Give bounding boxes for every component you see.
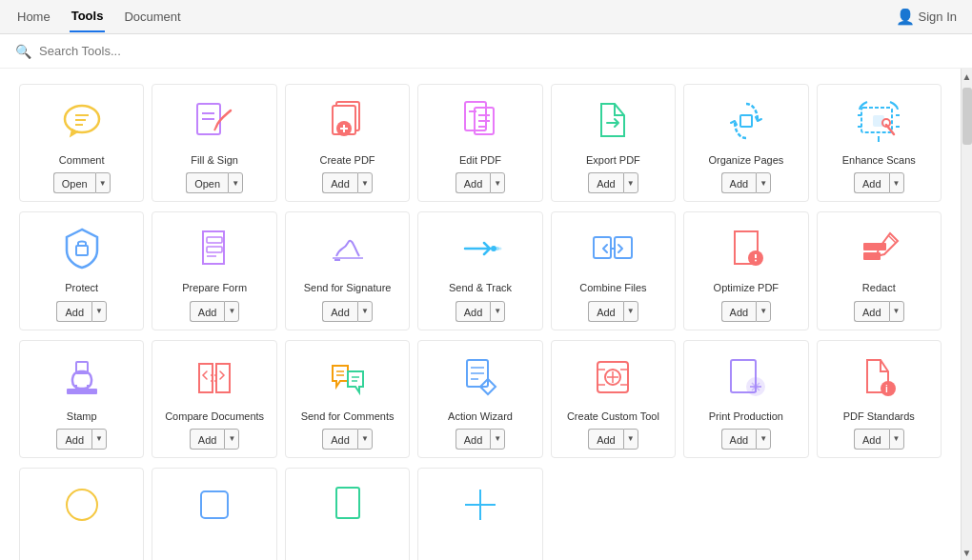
tool-dropdown-arrow[interactable]: ▼	[490, 429, 505, 450]
partial3-icon	[321, 478, 375, 531]
tool-add-button[interactable]: Add	[721, 172, 757, 193]
send-track-icon	[454, 222, 507, 275]
tool-dropdown-arrow[interactable]: ▼	[91, 301, 107, 322]
tool-dropdown-arrow[interactable]: ▼	[490, 301, 505, 322]
action-wizard-icon	[454, 350, 507, 404]
sign-in-button[interactable]: 👤 Sign In	[896, 8, 957, 26]
tool-add-button[interactable]: Add	[588, 301, 623, 322]
tool-add-button[interactable]: Add	[56, 429, 91, 450]
tool-name: Prepare Form	[182, 281, 247, 294]
tool-add-button[interactable]: Add	[456, 301, 491, 322]
svg-rect-23	[76, 246, 88, 255]
tool-name: Compare Documents	[165, 410, 264, 423]
tool-card-print-production: Print Production Add ▼	[683, 340, 808, 458]
sign-in-icon: 👤	[896, 8, 915, 26]
tool-name: Create Custom Tool	[567, 410, 659, 423]
tool-add-button[interactable]: Add	[190, 429, 225, 450]
tool-card-partial	[417, 468, 542, 560]
scroll-up[interactable]: ▲	[962, 69, 972, 84]
create-pdf-icon	[321, 94, 375, 148]
tool-dropdown-arrow[interactable]: ▼	[357, 301, 373, 322]
svg-text:i: i	[885, 384, 888, 394]
tool-add-button[interactable]: Add	[190, 301, 225, 322]
tool-btn-group: Add ▼	[322, 172, 373, 193]
svg-rect-68	[201, 491, 228, 518]
tool-dropdown-arrow[interactable]: ▼	[95, 172, 111, 193]
search-icon: 🔍	[15, 44, 31, 59]
tool-add-button[interactable]: Add	[456, 172, 491, 193]
tool-add-button[interactable]: Add	[721, 429, 757, 450]
export-pdf-icon	[586, 94, 639, 148]
tool-btn-group: Add ▼	[588, 429, 638, 450]
tool-add-button[interactable]: Add	[854, 429, 889, 450]
tool-dropdown-arrow[interactable]: ▼	[224, 429, 239, 450]
tool-card-comment: Comment Open ▼	[19, 84, 144, 202]
tool-add-button[interactable]: Open	[53, 172, 95, 193]
optimize-pdf-icon	[719, 222, 773, 275]
tool-name: Enhance Scans	[842, 153, 916, 167]
tool-card-send-signature: Send for Signature Add ▼	[285, 211, 410, 330]
scroll-down[interactable]: ▼	[962, 545, 972, 560]
compare-docs-icon	[188, 350, 241, 404]
tool-btn-group: Add ▼	[322, 429, 373, 450]
nav-home[interactable]: Home	[15, 2, 52, 31]
tool-dropdown-arrow[interactable]: ▼	[490, 172, 505, 193]
svg-point-67	[67, 490, 97, 520]
send-comments-icon	[321, 350, 375, 404]
tool-dropdown-arrow[interactable]: ▼	[224, 301, 239, 322]
tool-btn-group: Add ▼	[56, 301, 107, 322]
tool-dropdown-arrow[interactable]: ▼	[623, 301, 638, 322]
tool-btn-group: Add ▼	[322, 301, 373, 322]
tool-dropdown-arrow[interactable]: ▼	[357, 172, 373, 193]
tool-name: Action Wizard	[448, 410, 513, 423]
scrollbar-thumb[interactable]	[962, 88, 972, 145]
tool-add-button[interactable]: Add	[854, 301, 889, 322]
search-bar: 🔍	[0, 34, 972, 69]
tool-dropdown-arrow[interactable]: ▼	[623, 429, 638, 450]
tool-dropdown-arrow[interactable]: ▼	[91, 429, 107, 450]
tool-add-button[interactable]: Add	[56, 301, 91, 322]
enhance-scans-icon	[852, 94, 905, 148]
send-signature-icon	[321, 222, 375, 275]
tool-dropdown-arrow[interactable]: ▼	[623, 172, 638, 193]
tool-add-button[interactable]: Add	[322, 172, 357, 193]
tool-add-button[interactable]: Add	[854, 172, 889, 193]
svg-rect-25	[207, 247, 222, 252]
tool-add-button[interactable]: Add	[322, 429, 357, 450]
svg-line-7	[214, 127, 216, 130]
tool-btn-group: Add ▼	[56, 429, 107, 450]
tool-card-action-wizard: Action Wizard Add ▼	[417, 340, 542, 458]
tool-add-button[interactable]: Add	[456, 429, 491, 450]
tool-card-protect: Protect Add ▼	[19, 211, 144, 330]
tool-add-button[interactable]: Add	[588, 429, 623, 450]
tool-btn-group: Add ▼	[588, 172, 638, 193]
tool-dropdown-arrow[interactable]: ▼	[889, 172, 904, 193]
fill-sign-icon	[188, 94, 241, 148]
tool-btn-group: Add ▼	[721, 429, 772, 450]
tool-dropdown-arrow[interactable]: ▼	[889, 429, 904, 450]
tool-add-button[interactable]: Open	[186, 172, 228, 193]
tool-dropdown-arrow[interactable]: ▼	[756, 301, 771, 322]
search-input[interactable]	[39, 44, 957, 58]
tool-add-button[interactable]: Add	[721, 301, 757, 322]
svg-rect-33	[615, 237, 632, 258]
tool-name: PDF Standards	[843, 410, 915, 423]
tool-btn-group: Add ▼	[190, 429, 240, 450]
tool-dropdown-arrow[interactable]: ▼	[756, 429, 771, 450]
tool-name: Print Production	[709, 410, 783, 423]
nav-document[interactable]: Document	[122, 2, 182, 31]
tool-card-redact: Redact Add ▼	[817, 211, 942, 330]
nav-tools[interactable]: Tools	[70, 1, 106, 32]
tool-dropdown-arrow[interactable]: ▼	[357, 429, 373, 450]
svg-point-65	[881, 381, 896, 396]
tool-card-send-comments: Send for Comments Add ▼	[285, 340, 410, 458]
tool-dropdown-arrow[interactable]: ▼	[889, 301, 904, 322]
stamp-icon	[55, 350, 109, 404]
tool-dropdown-arrow[interactable]: ▼	[756, 172, 771, 193]
tool-add-button[interactable]: Add	[588, 172, 623, 193]
partial4-icon	[454, 478, 507, 531]
print-production-icon	[719, 350, 773, 404]
tool-dropdown-arrow[interactable]: ▼	[228, 172, 243, 193]
protect-icon	[55, 222, 109, 275]
tool-add-button[interactable]: Add	[322, 301, 357, 322]
